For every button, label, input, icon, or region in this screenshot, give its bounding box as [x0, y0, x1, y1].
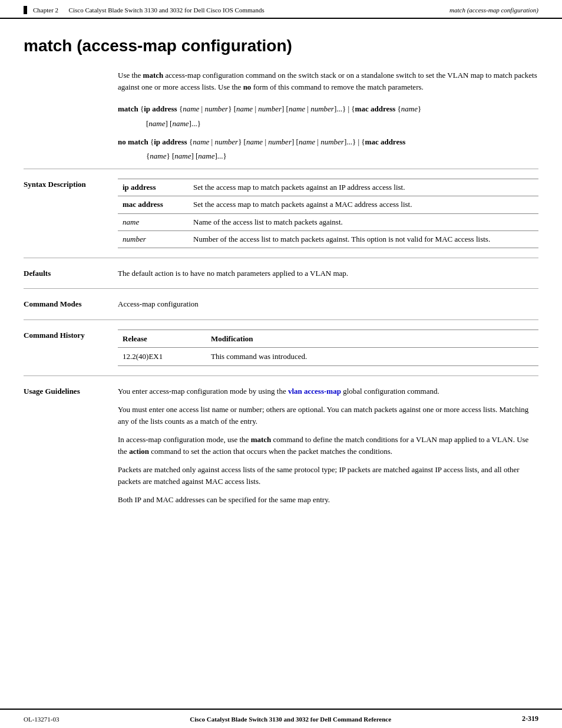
footer-doc-number: OL-13271-03 [24, 716, 59, 723]
cmd-name1: name [183, 104, 199, 113]
command-history-content: Release Modification 12.2(40)EX1 This co… [118, 330, 538, 366]
cmd-line-1b: [name] [name]...} [146, 118, 538, 130]
command-modes-label: Command Modes [24, 298, 118, 310]
cmd-no-ip-bold: ip address [154, 137, 187, 146]
table-row: 12.2(40)EX1 This command was introduced. [118, 348, 538, 366]
syntax-block-no: no match {ip address {name | number} [na… [118, 136, 538, 163]
term-mac-address: mac address [118, 196, 189, 213]
cmd-number2: number [258, 104, 282, 113]
desc-mac-address: Set the access map to match packets agai… [189, 196, 538, 213]
history-header-row: Release Modification [118, 330, 538, 348]
cmd-number3: number [310, 104, 334, 113]
footer-page-number: 2-319 [522, 714, 538, 723]
defaults-section: Defaults The default action is to have n… [24, 258, 538, 289]
history-table: Release Modification 12.2(40)EX1 This co… [118, 330, 538, 366]
cmd-no-macname3: name [198, 151, 214, 160]
command-modes-content: Access-map configuration [118, 298, 538, 310]
intro-bold-match: match [143, 71, 164, 80]
cmd-mac-bold: mac address [355, 104, 396, 113]
page: Chapter 2 Cisco Catalyst Blade Switch 31… [0, 0, 562, 728]
desc-name: Name of the access list to match packets… [189, 213, 538, 230]
usage-guidelines-section: Usage Guidelines You enter access-map co… [24, 375, 538, 515]
cmd-no-macname1: name [150, 151, 166, 160]
page-title: match (access-map configuration) [24, 37, 538, 55]
term-name: name [118, 213, 189, 230]
history-col-release: Release [118, 330, 206, 348]
cmd-macname2: name [148, 119, 165, 128]
page-header: Chapter 2 Cisco Catalyst Blade Switch 31… [0, 0, 562, 19]
cmd-no-match-bold: no match [118, 137, 148, 146]
cmd-line-2: no match {ip address {name | number} [na… [118, 136, 538, 149]
footer-center-text: Cisco Catalyst Blade Switch 3130 and 303… [59, 716, 523, 723]
cmd-no-number1: number [214, 137, 238, 146]
header-separator [62, 6, 65, 14]
syntax-description-content: ip address Set the access map to match p… [118, 179, 538, 248]
cmd-match-bold: match [118, 104, 138, 113]
history-release: 12.2(40)EX1 [118, 348, 206, 366]
header-rule [24, 6, 27, 14]
cmd-no-number2: number [268, 137, 292, 146]
cmd-line-1: match {ip address {name | number} [name … [118, 103, 538, 116]
chapter-title: Cisco Catalyst Blade Switch 3130 and 303… [69, 6, 265, 14]
table-row: ip address Set the access map to match p… [118, 179, 538, 196]
command-history-section: Command History Release Modification 12.… [24, 319, 538, 375]
header-right-text: match (access-map configuration) [449, 6, 538, 14]
usage-para-1: You enter access-map configuration mode … [118, 386, 538, 397]
usage-para-5: Both IP and MAC addresses can be specifi… [118, 494, 538, 506]
intro-text: Use the match access-map configuration c… [118, 70, 538, 93]
desc-number: Number of the access list to match packe… [189, 230, 538, 248]
usage-guidelines-content: You enter access-map configuration mode … [118, 386, 538, 506]
header-left: Chapter 2 Cisco Catalyst Blade Switch 31… [24, 6, 265, 14]
main-content: match (access-map configuration) Use the… [0, 19, 562, 551]
term-number: number [118, 230, 189, 248]
usage-match-bold: match [251, 435, 272, 444]
usage-para-4: Packets are matched only against access … [118, 464, 538, 487]
history-col-modification: Modification [206, 330, 538, 348]
cmd-number1: number [204, 104, 228, 113]
cmd-name2: name [236, 104, 253, 113]
command-history-label: Command History [24, 330, 118, 366]
command-modes-section: Command Modes Access-map configuration [24, 288, 538, 319]
usage-para-2: You must enter one access list name or n… [118, 404, 538, 427]
desc-ip-address: Set the access map to match packets agai… [189, 179, 538, 196]
chapter-label: Chapter 2 [33, 6, 58, 14]
table-row: number Number of the access list to matc… [118, 230, 538, 248]
cmd-no-mac-bold: mac address [365, 137, 406, 146]
cmd-no-name2: name [246, 137, 263, 146]
defaults-content: The default action is to have no match p… [118, 268, 538, 279]
syntax-block: match {ip address {name | number} [name … [118, 103, 538, 130]
header-right: match (access-map configuration) [449, 6, 538, 14]
syntax-description-label: Syntax Description [24, 179, 118, 248]
cmd-ip-bold: ip address [144, 104, 177, 113]
term-ip-address: ip address [118, 179, 189, 196]
cmd-no-name3: name [299, 137, 315, 146]
syntax-table: ip address Set the access map to match p… [118, 179, 538, 248]
history-modification: This command was introduced. [206, 348, 538, 366]
usage-guidelines-label: Usage Guidelines [24, 386, 118, 506]
cmd-macname1: name [401, 104, 418, 113]
syntax-description-section: Syntax Description ip address Set the ac… [24, 169, 538, 258]
defaults-text: The default action is to have no match p… [118, 268, 538, 279]
page-footer: OL-13271-03 Cisco Catalyst Blade Switch … [0, 709, 562, 728]
command-modes-text: Access-map configuration [118, 298, 538, 310]
cmd-line-2b: {name} [name] [name]...} [146, 150, 538, 163]
cmd-no-number3: number [320, 137, 344, 146]
table-row: name Name of the access list to match pa… [118, 213, 538, 230]
vlan-access-map-link[interactable]: vlan access-map [288, 387, 341, 396]
usage-action-bold: action [129, 447, 149, 456]
cmd-no-macname2: name [174, 151, 191, 160]
cmd-name3: name [289, 104, 305, 113]
table-row: mac address Set the access map to match … [118, 196, 538, 213]
usage-para-3: In access-map configuration mode, use th… [118, 434, 538, 457]
intro-bold-no: no [243, 83, 252, 91]
cmd-no-name1: name [193, 137, 209, 146]
cmd-macname3: name [172, 119, 189, 128]
defaults-label: Defaults [24, 268, 118, 279]
